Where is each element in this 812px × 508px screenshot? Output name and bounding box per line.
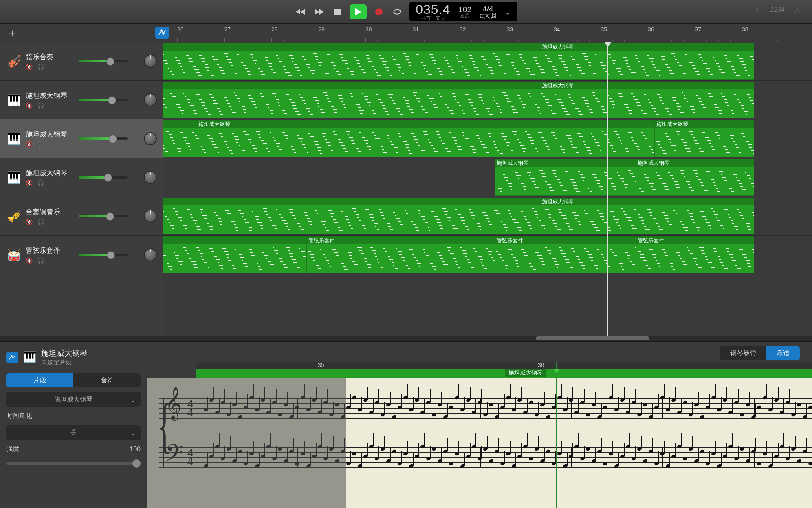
midi-region[interactable]: 施坦威大钢琴 (163, 43, 754, 80)
track-header[interactable]: 🎹 施坦威大钢琴 🔇🎧 (0, 119, 163, 158)
pan-knob[interactable] (144, 132, 157, 145)
track-header[interactable]: 🎹 施坦威大钢琴 🔇🎧 (0, 81, 163, 119)
score-inactive-overlay (147, 378, 346, 508)
note-display-icon[interactable]: 1234 (770, 6, 785, 14)
track-name: 施坦威大钢琴 (26, 91, 75, 100)
track-header[interactable]: 🎹 施坦威大钢琴 🔇🎧 (0, 158, 163, 197)
headphone-icon[interactable]: 🎧 (37, 102, 45, 109)
mute-icon[interactable]: 🔇 (26, 219, 34, 225)
track-header-list: 🎻 弦乐合奏 🔇🎧 🎹 施坦威大钢琴 🔇🎧 🎹 施坦威大钢琴 🔇🎧 🎹 施坦威大… (0, 42, 163, 336)
tempo-display[interactable]: 102 (458, 6, 471, 13)
play-button[interactable] (350, 4, 367, 19)
quantize-dropdown[interactable]: 关 (6, 425, 141, 440)
mute-icon[interactable]: 🔇 (26, 141, 34, 148)
pan-knob[interactable] (144, 93, 157, 106)
score-playhead[interactable] (556, 362, 557, 508)
headphone-icon[interactable]: 🎧 (37, 141, 45, 148)
key-display[interactable]: C大调 (480, 13, 496, 19)
headphone-icon[interactable]: 🎧 (37, 219, 45, 225)
bar-ruler[interactable]: 26272829303132333435363738 (175, 24, 812, 42)
headphone-icon[interactable]: 🎧 (37, 64, 45, 70)
volume-slider[interactable] (79, 176, 128, 179)
headphone-icon[interactable]: 🎧 (37, 180, 45, 186)
add-track-button[interactable]: ＋ (6, 27, 18, 39)
midi-region[interactable]: 施坦威大钢琴 (495, 159, 637, 196)
automation-button[interactable] (155, 27, 169, 39)
ruler-tick: 36 (648, 26, 654, 33)
track-lane[interactable]: 施坦威大钢琴施坦威大钢琴 (163, 119, 812, 158)
volume-slider[interactable] (79, 137, 128, 140)
midi-region[interactable]: 管弦乐套件 (636, 236, 754, 273)
stop-button[interactable] (331, 6, 343, 18)
rewind-button[interactable] (295, 6, 307, 18)
instrument-icon: 🎹 (6, 92, 22, 108)
tab-region[interactable]: 片段 (6, 373, 73, 387)
pan-knob[interactable] (144, 210, 157, 223)
h-scrollbar-thumb[interactable] (536, 336, 649, 340)
score-ruler[interactable]: 3536 (196, 362, 812, 369)
pan-knob[interactable] (144, 248, 157, 261)
region-notes-segment: 片段 音符 (6, 373, 141, 387)
track-lane[interactable]: 施坦威大钢琴 (163, 42, 812, 81)
score-editor[interactable]: 钢琴卷帘 乐谱 3536 施坦威大钢琴 𝄞44𝄢44{ (147, 342, 812, 508)
velocity-slider[interactable] (6, 462, 141, 465)
svg-point-2 (161, 30, 162, 31)
tab-piano-roll[interactable]: 钢琴卷帘 (720, 346, 766, 360)
instrument-icon: 🎺 (6, 208, 22, 224)
mute-icon[interactable]: 🔇 (26, 102, 34, 109)
score-region-label: 施坦威大钢琴 (505, 369, 546, 377)
volume-slider[interactable] (79, 215, 128, 217)
h-scrollbar[interactable] (0, 336, 812, 341)
midi-region[interactable]: 管弦乐套件 (306, 236, 495, 273)
ruler-tick: 34 (554, 26, 560, 33)
region-label: 施坦威大钢琴 (163, 43, 754, 51)
mute-icon[interactable]: 🔇 (26, 180, 34, 186)
timesig-display[interactable]: 4/4 (482, 5, 493, 13)
editor-inspector: 🎹 施坦威大钢琴 未选定片段 片段 音符 施坦威大钢琴 时间量化 关 强度100 (0, 342, 147, 508)
headphone-icon[interactable]: 🎧 (37, 257, 45, 264)
track-lane[interactable]: 管弦乐套件管弦乐套件管弦乐套件 (163, 236, 812, 274)
cycle-button[interactable] (391, 6, 403, 18)
midi-region[interactable] (163, 236, 307, 273)
arrange-area[interactable]: 施坦威大钢琴施坦威大钢琴施坦威大钢琴施坦威大钢琴施坦威大钢琴施坦威大钢琴施坦威大… (163, 42, 812, 336)
svg-rect-0 (334, 9, 341, 15)
forward-button[interactable] (313, 6, 325, 18)
playhead[interactable] (607, 42, 608, 336)
pan-knob[interactable] (144, 55, 157, 68)
mute-icon[interactable]: 🔇 (26, 257, 34, 264)
volume-slider[interactable] (79, 254, 128, 256)
editor-automation-button[interactable] (6, 352, 18, 363)
track-header[interactable]: 🎻 弦乐合奏 🔇🎧 (0, 42, 163, 81)
record-button[interactable] (373, 6, 385, 18)
score-ruler-tick: 35 (318, 362, 324, 368)
mute-icon[interactable]: 🔇 (26, 64, 34, 70)
track-lane[interactable]: 施坦威大钢琴施坦威大钢琴 (163, 158, 812, 197)
pan-knob[interactable] (144, 171, 157, 184)
tab-score[interactable]: 乐谱 (766, 346, 800, 360)
track-name: 施坦威大钢琴 (26, 130, 75, 139)
midi-region[interactable]: 施坦威大钢琴 (163, 198, 754, 234)
track-lane[interactable]: 施坦威大钢琴 (163, 81, 812, 119)
lcd-chevron-icon[interactable]: ⌄ (504, 7, 511, 17)
tab-notes[interactable]: 音符 (73, 373, 141, 387)
volume-slider[interactable] (79, 60, 128, 62)
ruler-tick: 28 (271, 26, 278, 33)
metronome-icon[interactable]: △ (795, 6, 800, 14)
instrument-dropdown[interactable]: 施坦威大钢琴 (6, 392, 141, 407)
score-region-bar[interactable]: 施坦威大钢琴 (196, 369, 812, 378)
position-display[interactable]: 035.4 (416, 3, 450, 16)
midi-region[interactable]: 施坦威大钢琴 (163, 82, 754, 118)
track-header[interactable]: 🎺 全套铜管乐 🔇🎧 (0, 197, 163, 236)
track-lane[interactable]: 施坦威大钢琴 (163, 197, 812, 236)
midi-region[interactable]: 施坦威大钢琴 (654, 120, 754, 157)
ruler-tick: 35 (601, 26, 607, 33)
midi-region[interactable]: 施坦威大钢琴 (636, 159, 754, 196)
track-header[interactable]: 🥁 管弦乐套件 🔇🎧 (0, 236, 163, 274)
ruler-tick: 30 (365, 26, 372, 33)
tuning-fork-icon[interactable]: ⑂ (756, 6, 760, 14)
midi-region[interactable]: 施坦威大钢琴 (163, 120, 655, 157)
midi-region[interactable]: 管弦乐套件 (495, 236, 637, 273)
volume-slider[interactable] (79, 99, 128, 101)
ruler-tick: 33 (507, 26, 513, 33)
ruler-tick: 31 (413, 26, 419, 33)
